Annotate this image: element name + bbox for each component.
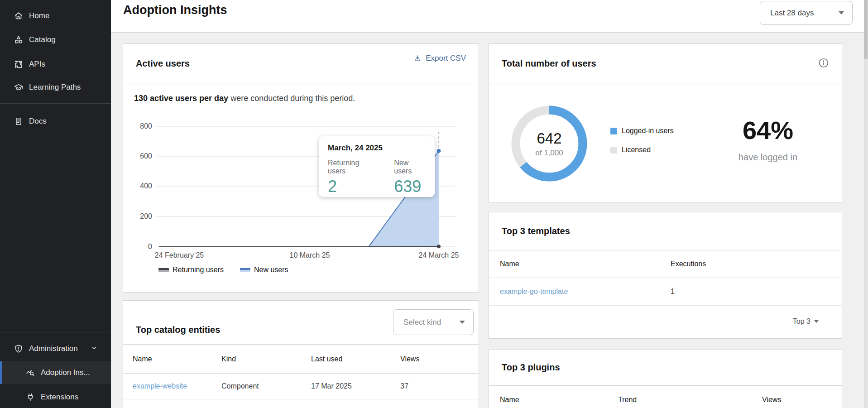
card-header: Top catalog entities Select kind: [123, 301, 479, 345]
column-header-last-used: Last used: [311, 355, 342, 363]
period-select-value: Last 28 days: [770, 9, 814, 18]
column-header-kind: Kind: [221, 355, 236, 363]
card-title: Total number of users: [502, 58, 596, 69]
donut-value: 642: [513, 130, 585, 147]
hover-point-returning-users: [437, 245, 441, 248]
entity-link[interactable]: example-website: [133, 382, 187, 390]
returning-users-line: [159, 246, 439, 247]
column-header-executions: Executions: [671, 260, 706, 268]
table-header-row: Name Kind Last used Views: [123, 345, 479, 373]
card-header: Top 3 plugins: [489, 350, 842, 386]
learning-paths-icon: [14, 82, 24, 92]
top-plugins-card: Top 3 plugins Name Trend Views: [489, 350, 842, 408]
page-scrollbar[interactable]: [864, 0, 868, 408]
sidebar-item-home[interactable]: Home: [0, 5, 111, 27]
legend-item-licensed: Licensed: [610, 146, 674, 154]
export-csv-button[interactable]: Export CSV: [413, 54, 466, 63]
kind-value: Component: [221, 382, 259, 390]
chevron-down-icon[interactable]: [90, 344, 98, 354]
tooltip-new: New users 639: [394, 159, 426, 196]
sidebar-item-label: Administration: [29, 344, 78, 353]
sidebar-item-apis[interactable]: APIs: [0, 53, 111, 75]
sidebar-divider: [0, 332, 111, 332]
column-header-views: Views: [400, 355, 419, 363]
legend-label: New users: [254, 266, 288, 274]
tooltip-label: New users: [394, 159, 426, 175]
sidebar-divider: [0, 103, 111, 104]
select-kind-placeholder: Select kind: [403, 318, 441, 327]
x-tick-label: 24 February 25: [143, 251, 216, 259]
extensions-plug-icon: [25, 392, 35, 402]
top-3-label: Top 3: [793, 317, 810, 326]
column-header-name: Name: [500, 396, 519, 404]
total-users-card: Total number of users 642 of 1,000 Logge…: [489, 43, 842, 202]
scrollbar-thumb[interactable]: [864, 0, 868, 59]
page-title: Adoption Insights: [123, 3, 227, 17]
sidebar-item-extensions[interactable]: Extensions: [0, 386, 111, 408]
new-users-swatch: [240, 268, 250, 272]
table-header-row: Name Trend Views: [489, 386, 842, 408]
select-kind-dropdown[interactable]: Select kind: [393, 309, 474, 335]
logged-in-percentage: 64%: [700, 115, 836, 145]
sidebar-item-administration[interactable]: Administration: [0, 338, 111, 360]
card-title: Top 3 templates: [502, 226, 570, 236]
top-3-filter[interactable]: Top 3: [793, 317, 819, 326]
card-header: Top 3 templates: [489, 212, 842, 250]
sidebar-item-adoption-insights[interactable]: Adoption Ins...: [0, 361, 111, 384]
column-header-name: Name: [500, 260, 519, 268]
percentage-block: 64% have logged in: [700, 115, 836, 163]
table-row: example-website Component 17 Mar 2025 37: [123, 374, 479, 399]
sidebar-item-label: Docs: [29, 117, 47, 126]
tooltip-value: 2: [328, 177, 375, 196]
chevron-down-icon: [460, 321, 465, 324]
x-tick-label: 10 March 25: [273, 251, 346, 259]
sidebar-item-learning-paths[interactable]: Learning Paths: [0, 77, 111, 98]
sidebar-item-label: Catalog: [29, 35, 56, 44]
logged-in-swatch: [610, 128, 617, 134]
sidebar-item-label: Learning Paths: [29, 83, 81, 92]
tooltip-returning: Returning users 2: [328, 159, 375, 196]
donut-center-text: 642 of 1,000: [513, 130, 585, 158]
administration-shield-icon: [14, 344, 24, 354]
active-users-card: Active users Export CSV 130 active users…: [123, 43, 479, 293]
chart-legend: Returning users New users: [158, 266, 288, 274]
legend-item-returning-users: Returning users: [158, 266, 224, 274]
column-header-name: Name: [133, 355, 152, 363]
sidebar-item-label: Home: [29, 11, 49, 20]
last-used-value: 17 Mar 2025: [311, 382, 352, 390]
donut-legend: Logged-in users Licensed: [610, 127, 674, 165]
views-value: 37: [400, 382, 408, 390]
download-icon: [413, 54, 422, 62]
sidebar-item-label: Extensions: [41, 393, 78, 402]
apis-icon: [14, 59, 24, 69]
licensed-swatch: [610, 147, 617, 154]
period-select[interactable]: Last 28 days: [760, 1, 853, 25]
sidebar-item-catalog[interactable]: Catalog: [0, 29, 111, 51]
legend-label: Logged-in users: [622, 127, 674, 135]
template-link[interactable]: example-go-template: [500, 288, 568, 296]
sidebar-item-label: Adoption Ins...: [41, 368, 90, 377]
card-header: Active users Export CSV: [123, 44, 479, 83]
legend-label: Licensed: [622, 146, 651, 154]
card-header: Total number of users: [489, 44, 842, 83]
donut-sub-label: of 1,000: [513, 149, 585, 158]
hover-point-new-users: [437, 149, 441, 153]
executions-value: 1: [671, 288, 675, 296]
sidebar-item-label: APIs: [29, 60, 45, 69]
home-icon: [14, 11, 24, 21]
tooltip-value: 639: [394, 177, 426, 196]
sidebar: Home Catalog APIs Learning Paths Docs: [0, 0, 111, 408]
tooltip-label: Returning users: [328, 159, 375, 175]
export-csv-label: Export CSV: [426, 54, 466, 63]
header-divider: [111, 32, 864, 33]
catalog-icon: [14, 35, 24, 45]
sidebar-item-docs[interactable]: Docs: [0, 110, 111, 132]
selected-item-indicator: [0, 361, 2, 384]
column-header-views: Views: [762, 396, 781, 404]
divider: [123, 399, 479, 399]
chevron-down-icon: [814, 320, 819, 323]
chevron-down-icon: [839, 11, 844, 14]
info-icon[interactable]: [818, 58, 829, 70]
chart-tooltip: March, 24 2025 Returning users 2 New use…: [319, 136, 435, 197]
divider: [489, 305, 842, 306]
